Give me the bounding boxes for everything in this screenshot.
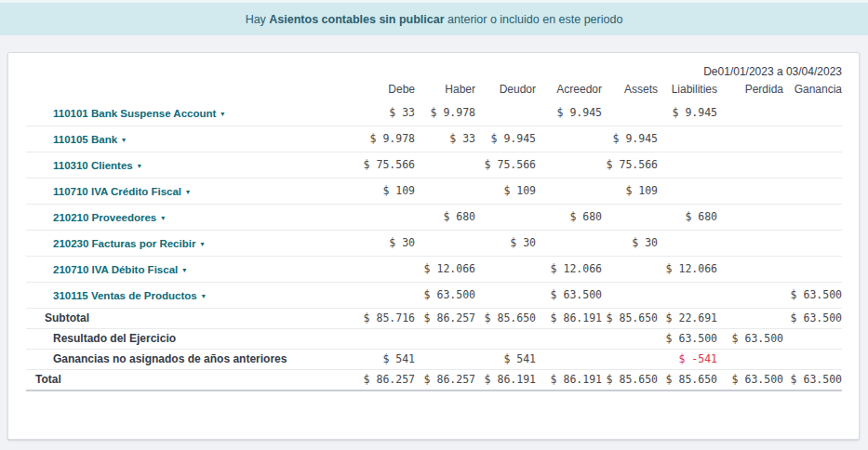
amount-cell: $ 63.500 xyxy=(783,369,842,390)
amount-cell: $ 75.566 xyxy=(602,152,658,178)
row-label: Ganancias no asignados de años anteriore… xyxy=(26,349,353,369)
amount-cell xyxy=(536,152,602,178)
amount-cell xyxy=(415,328,475,349)
amount-cell: $ 9.978 xyxy=(353,126,415,152)
account-link[interactable]: 110710 IVA Crédito Fiscal xyxy=(53,186,181,197)
amount-cell xyxy=(783,126,842,152)
amount-cell: $ 63.500 xyxy=(717,369,783,390)
amount-cell xyxy=(783,349,842,369)
amount-cell: $ 86.257 xyxy=(353,369,415,390)
banner-text-suffix: anterior o incluido en este periodo xyxy=(445,13,623,26)
unposted-entries-banner: Hay Asientos contables sin publicar ante… xyxy=(0,3,868,35)
amount-cell xyxy=(602,349,658,369)
amount-cell: $ 75.566 xyxy=(475,152,536,178)
amount-cell xyxy=(717,349,783,369)
amount-cell xyxy=(717,282,783,308)
row-label: Resultado del Ejercicio xyxy=(26,328,353,349)
account-row: 210210 Proveedores▾ $ 680$ 680$ 680 xyxy=(26,204,842,230)
caret-down-icon[interactable]: ▾ xyxy=(138,162,141,170)
balance-report-table: Debe Haber Deudor Acreedor Assets Liabil… xyxy=(26,79,842,391)
amount-cell: $ 85.716 xyxy=(353,308,415,328)
amount-cell xyxy=(717,256,783,282)
caret-down-icon[interactable]: ▾ xyxy=(182,266,186,274)
row-label: 110101 Bank Suspense Account▾ xyxy=(26,99,353,126)
column-header-ganancia: Ganancia xyxy=(783,79,842,99)
amount-cell: $ 85.650 xyxy=(602,369,658,390)
account-row: 110105 Bank▾ $ 9.978$ 33$ 9.945$ 9.945 xyxy=(26,126,842,152)
column-header-haber: Haber xyxy=(415,79,475,99)
row-label: 210210 Proveedores▾ xyxy=(26,204,353,230)
amount-cell xyxy=(658,126,717,152)
amount-cell xyxy=(602,99,658,126)
amount-cell xyxy=(783,204,842,230)
account-link[interactable]: 110310 Clientes xyxy=(53,160,133,171)
row-label: 110310 Clientes▾ xyxy=(26,152,353,178)
account-row: 310115 Ventas de Productos▾ $ 63.500$ 63… xyxy=(26,282,842,308)
banner-text: Hay Asientos contables sin publicar ante… xyxy=(246,13,623,26)
amount-cell: $ 63.500 xyxy=(415,282,475,308)
column-header-acreedor: Acreedor xyxy=(536,79,602,99)
amount-cell xyxy=(475,256,536,282)
amount-cell xyxy=(353,328,415,349)
amount-cell xyxy=(475,328,536,349)
amount-cell: $ 30 xyxy=(602,230,658,256)
account-row: 210230 Facturas por Recibir▾ $ 30$ 30$ 3… xyxy=(26,230,842,256)
amount-cell xyxy=(415,349,475,369)
amount-cell xyxy=(717,126,783,152)
amount-cell xyxy=(658,230,717,256)
amount-cell xyxy=(658,178,717,204)
amount-cell: $ 9.945 xyxy=(658,99,717,126)
amount-cell xyxy=(475,282,536,308)
unposted-entries-link[interactable]: Asientos contables sin publicar xyxy=(269,13,444,26)
amount-cell: $ 63.500 xyxy=(717,328,783,349)
amount-cell xyxy=(536,126,602,152)
amount-cell xyxy=(415,178,475,204)
amount-cell: $ 12.066 xyxy=(415,256,475,282)
amount-cell: $ 541 xyxy=(353,349,415,369)
caret-down-icon[interactable]: ▾ xyxy=(200,240,204,248)
amount-cell xyxy=(353,204,415,230)
amount-cell xyxy=(783,152,842,178)
amount-cell xyxy=(783,230,842,256)
amount-cell: $ 30 xyxy=(475,230,536,256)
account-link[interactable]: 210230 Facturas por Recibir xyxy=(53,238,195,249)
amount-cell: $ 12.066 xyxy=(536,256,602,282)
account-link[interactable]: 210210 Proveedores xyxy=(53,212,156,223)
account-link[interactable]: 310115 Ventas de Productos xyxy=(53,290,197,301)
caret-down-icon[interactable]: ▾ xyxy=(202,292,206,300)
amount-cell: $ 30 xyxy=(353,230,415,256)
subtotal-row: Subtotal $ 85.716$ 86.257$ 85.650$ 86.19… xyxy=(26,308,842,328)
amount-cell: $ 85.650 xyxy=(602,308,658,328)
account-row: 210710 IVA Débito Fiscal▾ $ 12.066$ 12.0… xyxy=(26,256,842,282)
account-link[interactable]: 110105 Bank xyxy=(53,134,117,145)
amount-cell: $ 109 xyxy=(475,178,536,204)
column-header-debe: Debe xyxy=(353,79,415,99)
account-link[interactable]: 110101 Bank Suspense Account xyxy=(53,108,216,119)
amount-cell: $ 86.191 xyxy=(536,369,602,390)
amount-cell xyxy=(536,178,602,204)
amount-cell xyxy=(602,204,658,230)
amount-cell: $ 85.650 xyxy=(658,369,717,390)
caret-down-icon[interactable]: ▾ xyxy=(161,214,165,222)
account-row: 110710 IVA Crédito Fiscal▾ $ 109$ 109$ 1… xyxy=(26,178,842,204)
column-header-liabilities: Liabilities xyxy=(658,79,717,99)
amount-cell xyxy=(783,178,842,204)
amount-cell: $ 22.691 xyxy=(658,308,717,328)
column-header-deudor: Deudor xyxy=(475,79,536,99)
amount-cell xyxy=(602,328,658,349)
amount-cell xyxy=(602,282,658,308)
caret-down-icon[interactable]: ▾ xyxy=(220,110,224,118)
amount-cell xyxy=(717,99,783,126)
caret-down-icon[interactable]: ▾ xyxy=(186,188,190,196)
amount-cell: $ 9.945 xyxy=(475,126,536,152)
account-link[interactable]: 210710 IVA Débito Fiscal xyxy=(53,264,178,275)
report-date-range: De01/01/2023 a 03/04/2023 xyxy=(8,53,859,79)
banner-text-prefix: Hay xyxy=(246,13,270,26)
amount-cell: $ 86.257 xyxy=(415,308,475,328)
caret-down-icon[interactable]: ▾ xyxy=(122,136,126,144)
amount-cell: $ 109 xyxy=(602,178,658,204)
row-label: 110710 IVA Crédito Fiscal▾ xyxy=(26,178,353,204)
report-table-body: 110101 Bank Suspense Account▾ $ 33$ 9.97… xyxy=(26,99,842,390)
amount-cell xyxy=(602,256,658,282)
amount-cell: $ 63.500 xyxy=(783,308,842,328)
